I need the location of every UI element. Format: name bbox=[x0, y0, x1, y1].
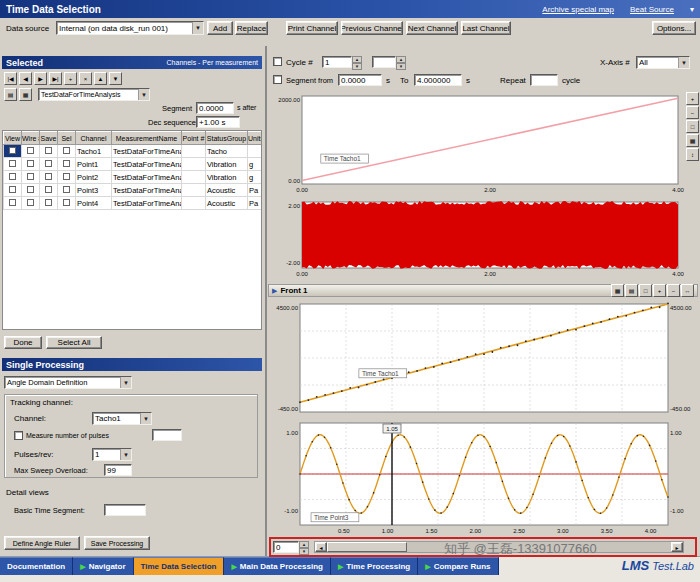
chevron-down-icon[interactable]: ▼ bbox=[138, 89, 149, 100]
chevron-down-icon[interactable]: ▼ bbox=[120, 377, 131, 388]
pulses-rev-combo[interactable]: 1 ▼ bbox=[92, 448, 132, 461]
cycle-checkbox[interactable] bbox=[273, 57, 282, 66]
layout-rows-icon[interactable]: ▤ bbox=[625, 284, 638, 297]
measure-pulses-checkbox[interactable] bbox=[14, 431, 23, 440]
position-input[interactable]: 0 bbox=[273, 541, 299, 553]
angle-definition-combo[interactable]: Angle Domain Definition ▼ bbox=[4, 376, 132, 389]
layout-grid-icon[interactable]: ▦ bbox=[611, 284, 624, 297]
row-checkbox[interactable] bbox=[9, 147, 16, 154]
column-header[interactable]: Units bbox=[248, 132, 262, 145]
fit-view-button[interactable]: □ bbox=[686, 120, 699, 133]
select-all-button[interactable]: Select All bbox=[46, 336, 102, 349]
scroll-left-button[interactable]: ◂ bbox=[315, 542, 327, 552]
tab-main-data-processing[interactable]: ▶Main Data Processing bbox=[224, 557, 331, 575]
cycle-spinner[interactable]: ▴▾ bbox=[352, 56, 362, 68]
signal-overview-chart[interactable]: 2.00-2.000.002.004.00 bbox=[270, 198, 684, 278]
row-checkbox[interactable] bbox=[63, 147, 70, 154]
autoscale-button[interactable]: ↕ bbox=[686, 148, 699, 161]
table-row[interactable]: Point2TestDataForTimeAnalysisVibrationg bbox=[4, 171, 262, 184]
next-page-button[interactable]: ▶ bbox=[34, 72, 47, 85]
move-up-button[interactable]: ▲ bbox=[94, 72, 107, 85]
tab-documentation[interactable]: Documentation bbox=[0, 557, 73, 575]
define-angle-ruler-button[interactable]: Define Angle Ruler bbox=[4, 536, 80, 550]
segment-input[interactable]: 0.0000 bbox=[196, 102, 234, 114]
data-source-combo[interactable]: Internal (on data disk_run 001) ▼ bbox=[56, 21, 204, 35]
column-header[interactable]: Wire # bbox=[22, 132, 40, 145]
column-header[interactable]: Channel bbox=[76, 132, 112, 145]
maximize-icon[interactable]: □ bbox=[639, 284, 652, 297]
row-checkbox[interactable] bbox=[45, 186, 52, 193]
row-checkbox[interactable] bbox=[63, 199, 70, 206]
segment-from-checkbox[interactable] bbox=[273, 75, 282, 84]
print-channel-button[interactable]: Print Channel bbox=[286, 21, 338, 35]
column-header[interactable]: Save bbox=[40, 132, 58, 145]
move-down-button[interactable]: ▼ bbox=[109, 72, 122, 85]
segment-from-input[interactable]: 0.0000 bbox=[338, 74, 382, 86]
tab-compare-runs[interactable]: ▶Compare Runs bbox=[418, 557, 498, 575]
last-channel-button[interactable]: ▶| bbox=[49, 72, 62, 85]
zoom-in-icon[interactable]: + bbox=[653, 284, 666, 297]
segment-to-input[interactable]: 4.000000 bbox=[414, 74, 462, 86]
titlebar-link-beat-source[interactable]: Beat Source bbox=[630, 5, 674, 14]
cycle-input[interactable]: 1 bbox=[322, 56, 352, 68]
tracking-channel-combo[interactable]: Tacho1 ▼ bbox=[92, 412, 152, 425]
next-channel-button[interactable]: Next Channel bbox=[406, 21, 458, 35]
cycle-to-spinner[interactable]: ▴▾ bbox=[396, 56, 406, 68]
titlebar-link-archive[interactable]: Archive special map bbox=[542, 5, 614, 14]
row-checkbox[interactable] bbox=[27, 160, 34, 167]
table-row[interactable]: Point4TestDataForTimeAnalysisAcousticPa bbox=[4, 197, 262, 210]
chevron-down-icon[interactable]: ▼ bbox=[120, 449, 131, 460]
row-checkbox[interactable] bbox=[27, 173, 34, 180]
row-checkbox[interactable] bbox=[27, 199, 34, 206]
row-checkbox[interactable] bbox=[9, 186, 16, 193]
chevron-down-icon[interactable]: ▾ bbox=[690, 5, 694, 14]
tab-time-processing[interactable]: ▶Time Processing bbox=[331, 557, 418, 575]
overload-input[interactable]: 99 bbox=[104, 464, 132, 476]
column-header[interactable]: View bbox=[4, 132, 22, 145]
front-panel-header[interactable]: ▶ Front 1 ▦▤□+−↔ bbox=[268, 284, 698, 297]
last-channel-button[interactable]: Last Channel bbox=[461, 21, 511, 35]
row-checkbox[interactable] bbox=[27, 186, 34, 193]
row-checkbox[interactable] bbox=[9, 173, 16, 180]
row-checkbox[interactable] bbox=[9, 160, 16, 167]
column-header[interactable]: StatusGroup bbox=[206, 132, 248, 145]
save-processing-button[interactable]: Save Processing bbox=[84, 536, 150, 550]
done-button[interactable]: Done bbox=[4, 336, 42, 349]
column-header[interactable]: MeasurementName bbox=[112, 132, 182, 145]
chevron-down-icon[interactable]: ▼ bbox=[140, 413, 151, 424]
scroll-right-button[interactable]: ▸ bbox=[671, 542, 683, 552]
grid-view-button[interactable]: ▦ bbox=[19, 88, 32, 101]
tacho-front-chart[interactable]: 4500.00-450.004500.00-450.00Time Tacho1 bbox=[270, 300, 696, 418]
row-checkbox[interactable] bbox=[27, 147, 34, 154]
add-button[interactable]: Add bbox=[207, 21, 233, 35]
options-button[interactable]: Options... bbox=[652, 21, 696, 35]
tab-navigator[interactable]: ▶Navigator bbox=[73, 557, 133, 575]
row-checkbox[interactable] bbox=[45, 160, 52, 167]
chevron-down-icon[interactable]: ▼ bbox=[678, 57, 689, 68]
zoom-out-icon[interactable]: − bbox=[667, 284, 680, 297]
row-checkbox[interactable] bbox=[63, 173, 70, 180]
row-checkbox[interactable] bbox=[63, 160, 70, 167]
row-checkbox[interactable] bbox=[45, 147, 52, 154]
grid-toggle-button[interactable]: ▦ bbox=[686, 134, 699, 147]
previous-channel-button[interactable]: Previous Channel bbox=[341, 21, 403, 35]
row-checkbox[interactable] bbox=[63, 186, 70, 193]
front-expand-icon[interactable]: ▶ bbox=[272, 287, 277, 295]
pan-icon[interactable]: ↔ bbox=[681, 284, 694, 297]
chevron-down-icon[interactable]: ▼ bbox=[192, 22, 203, 34]
first-channel-button[interactable]: |◀ bbox=[4, 72, 17, 85]
column-header[interactable]: Point # bbox=[182, 132, 206, 145]
row-checkbox[interactable] bbox=[45, 173, 52, 180]
tab-time-data-selection[interactable]: Time Data Selection bbox=[134, 557, 225, 575]
table-row[interactable]: Tacho1TestDataForTimeAnalysisTacho bbox=[4, 145, 262, 158]
column-header[interactable]: Sel bbox=[58, 132, 76, 145]
replace-button[interactable]: Replace bbox=[235, 21, 268, 35]
pulses-count-input[interactable] bbox=[152, 429, 182, 441]
previous-page-button[interactable]: ◀ bbox=[19, 72, 32, 85]
zoom-out-button[interactable]: − bbox=[686, 106, 699, 119]
scrollbar-thumb[interactable] bbox=[327, 542, 407, 552]
remove-selection-button[interactable]: × bbox=[79, 72, 92, 85]
list-view-button[interactable]: ▤ bbox=[4, 88, 17, 101]
sequence-input[interactable]: +1.00 s bbox=[196, 116, 240, 128]
xaxis-combo[interactable]: All ▼ bbox=[636, 56, 690, 69]
